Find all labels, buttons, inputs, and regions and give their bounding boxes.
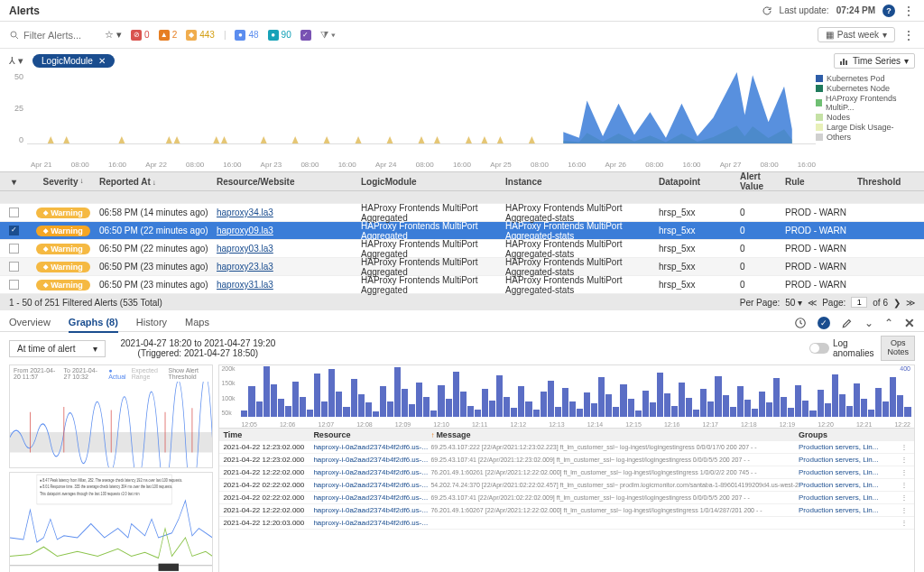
tab-maps[interactable]: Maps bbox=[185, 313, 209, 333]
favorite-icon[interactable]: ☆ ▾ bbox=[105, 29, 122, 41]
sev-cyan-badge[interactable]: ●90 bbox=[268, 30, 291, 41]
remove-pill-icon[interactable]: ✕ bbox=[98, 56, 106, 66]
col-rule[interactable]: Rule bbox=[785, 177, 857, 187]
edit-icon[interactable] bbox=[841, 317, 854, 329]
sev-critical-badge[interactable]: ⊘0 bbox=[131, 30, 150, 41]
page-input[interactable] bbox=[851, 297, 867, 308]
log-row[interactable]: 2021-04-22 12:23:02.000 haproxy-i-0a2aad… bbox=[219, 441, 914, 454]
log-row-menu-icon[interactable]: ⋮ bbox=[898, 468, 910, 476]
date-range-selector[interactable]: ▦ Past week ▾ bbox=[818, 27, 895, 42]
timeseries-chart[interactable]: 50250 Apr 2108:0016:00Apr 2208:0016:00Ap… bbox=[0, 72, 924, 171]
table-row[interactable]: Warning 06:50 PM (22 minutes ago) haprox… bbox=[0, 222, 924, 240]
row-checkbox[interactable] bbox=[9, 208, 19, 217]
col-datapoint[interactable]: Datapoint bbox=[659, 177, 740, 187]
log-row-menu-icon[interactable]: ⋮ bbox=[898, 506, 910, 514]
log-row-menu-icon[interactable]: ⋮ bbox=[898, 481, 910, 489]
calendar-action-icon[interactable] bbox=[794, 317, 807, 329]
alertvalue-cell: 0 bbox=[740, 280, 785, 290]
view-mode-selector[interactable]: Time Series ▾ bbox=[834, 53, 915, 69]
ops-notes-button[interactable]: OpsNotes bbox=[881, 336, 915, 361]
per-page-select[interactable]: 50 ▾ bbox=[785, 298, 802, 308]
filter-search-input[interactable] bbox=[23, 30, 96, 41]
log-resource-link[interactable]: haproxy-i-0a2aad2374b4f2df6.us-... bbox=[313, 494, 430, 502]
filter-funnel-icon[interactable]: ⧩ ▾ bbox=[320, 29, 336, 41]
log-resource-link[interactable]: haproxy-i-0a2aad2374b4f2df6.us-... bbox=[313, 468, 430, 476]
ack-icon[interactable]: ✓ bbox=[818, 317, 830, 329]
log-row[interactable]: 2021-04-22 02:22:02.000 haproxy-i-0a2aad… bbox=[219, 492, 914, 504]
log-resource-link[interactable]: haproxy-i-0a2aad2374b4f2df6.us-... bbox=[313, 506, 430, 514]
row-checkbox[interactable] bbox=[9, 226, 19, 235]
mini-chart-bottom[interactable]: ● 8.47 Peak latency from Milan, 282. The… bbox=[9, 472, 213, 572]
log-groups-link[interactable]: Production servers, Lin... bbox=[799, 468, 898, 476]
tab-history[interactable]: History bbox=[136, 313, 167, 333]
row-checkbox[interactable] bbox=[9, 280, 19, 290]
col-instance[interactable]: Instance bbox=[505, 177, 659, 187]
resource-link[interactable]: haproxy34.la3 bbox=[217, 208, 273, 217]
log-groups-link[interactable]: Production servers, Lin... bbox=[799, 506, 898, 514]
log-resource-link[interactable]: haproxy-i-0a2aad2374b4f2df6.us-... bbox=[313, 481, 430, 489]
sev-error-badge[interactable]: ▲2 bbox=[159, 30, 178, 41]
group-tree-icon[interactable]: ⅄ ▾ bbox=[9, 55, 23, 67]
page-next-icon[interactable]: ❯ bbox=[893, 298, 901, 308]
group-pill[interactable]: LogicModule ✕ bbox=[32, 54, 115, 68]
col-severity[interactable]: Severity↓ bbox=[27, 177, 99, 187]
resource-link[interactable]: haproxy09.la3 bbox=[217, 226, 273, 235]
log-row[interactable]: 2021-04-22 12:23:02.000 haproxy-i-0a2aad… bbox=[219, 454, 914, 466]
log-col-resource[interactable]: Resource bbox=[313, 430, 430, 439]
log-groups-link[interactable]: Production servers, Lin... bbox=[799, 481, 898, 489]
table-row[interactable]: Warning 06:50 PM (22 minutes ago) haprox… bbox=[0, 240, 924, 258]
log-row[interactable]: 2021-04-22 02:22:02.000 haproxy-i-0a2aad… bbox=[219, 479, 914, 492]
tab-graphs-[interactable]: Graphs (8) bbox=[69, 313, 118, 333]
table-row[interactable]: Warning 06:50 PM (23 minutes ago) haprox… bbox=[0, 276, 924, 294]
sev-blue-badge[interactable]: ●48 bbox=[235, 30, 258, 41]
refresh-icon[interactable] bbox=[762, 5, 772, 16]
page-first-icon[interactable]: ≪ bbox=[808, 298, 817, 308]
log-resource-link[interactable]: haproxy-i-0a2aad2374b4f2df6.us-... bbox=[313, 443, 430, 451]
log-row-menu-icon[interactable]: ⋮ bbox=[898, 443, 910, 451]
log-resource-link[interactable]: haproxy-i-0a2aad2374b4f2df6.us-... bbox=[313, 519, 430, 527]
more-menu-icon[interactable]: ⋮ bbox=[902, 4, 915, 18]
row-checkbox[interactable] bbox=[9, 244, 19, 254]
log-volume-chart[interactable]: 200k150k100k50k 400 12:0512:0612:0712:08… bbox=[219, 365, 914, 429]
help-icon[interactable]: ? bbox=[882, 5, 895, 17]
log-col-message[interactable]: ↑Message bbox=[430, 430, 799, 439]
log-groups-link[interactable]: Production servers, Lin... bbox=[799, 443, 898, 451]
col-alertvalue[interactable]: Alert Value bbox=[740, 171, 785, 191]
row-checkbox[interactable] bbox=[9, 262, 19, 272]
tab-overview[interactable]: Overview bbox=[9, 313, 51, 333]
log-row[interactable]: 2021-04-22 12:22:02.000 haproxy-i-0a2aad… bbox=[219, 504, 914, 517]
sev-purple-badge[interactable]: ✓ bbox=[300, 30, 311, 41]
resource-link[interactable]: haproxy23.la3 bbox=[217, 262, 273, 272]
col-logicmodule[interactable]: LogicModule bbox=[361, 177, 505, 187]
table-row[interactable]: Warning 06:50 PM (23 minutes ago) haprox… bbox=[0, 258, 924, 276]
resource-link[interactable]: haproxy03.la3 bbox=[217, 244, 273, 254]
close-detail-icon[interactable]: ✕ bbox=[904, 316, 915, 330]
col-threshold[interactable]: Threshold bbox=[857, 177, 911, 187]
log-col-groups[interactable]: Groups bbox=[799, 430, 898, 439]
log-anomalies-toggle[interactable] bbox=[809, 343, 829, 354]
page-last-icon[interactable]: ≫ bbox=[906, 298, 915, 308]
time-context-dropdown[interactable]: At time of alert▾ bbox=[9, 340, 106, 357]
mini-chart-top[interactable]: From 2021-04-20 11:57To 2021-04-27 10:32… bbox=[9, 364, 213, 468]
log-col-time[interactable]: Time bbox=[223, 430, 313, 439]
table-row[interactable]: Warning 06:58 PM (14 minutes ago) haprox… bbox=[0, 204, 924, 222]
rule-cell: PROD - WARN bbox=[785, 280, 857, 290]
log-row-menu-icon[interactable]: ⋮ bbox=[898, 519, 910, 527]
col-resource[interactable]: Resource/Website bbox=[217, 177, 361, 187]
expand-all-icon[interactable]: ▾ bbox=[12, 177, 16, 187]
resource-link[interactable]: haproxy31.la3 bbox=[217, 280, 273, 290]
log-row[interactable]: 2021-04-22 12:22:02.000 haproxy-i-0a2aad… bbox=[219, 466, 914, 479]
expand-icon[interactable]: ⌃ bbox=[884, 317, 893, 329]
log-groups-link[interactable]: Production servers, Lin... bbox=[799, 456, 898, 464]
col-reported[interactable]: Reported At↓ bbox=[99, 177, 217, 187]
log-row-menu-icon[interactable]: ⋮ bbox=[898, 494, 910, 502]
svg-point-0 bbox=[11, 32, 16, 37]
log-row-menu-icon[interactable]: ⋮ bbox=[898, 456, 910, 464]
collapse-icon[interactable]: ⌄ bbox=[864, 317, 873, 329]
log-resource-link[interactable]: haproxy-i-0a2aad2374b4f2df6.us-... bbox=[313, 456, 430, 464]
sev-warning-badge[interactable]: ◆443 bbox=[186, 30, 215, 41]
filter-more-icon[interactable]: ⋮ bbox=[902, 28, 915, 42]
log-groups-link[interactable]: Production servers, Lin... bbox=[799, 494, 898, 502]
log-row[interactable]: 2021-04-22 12:20:03.000 haproxy-i-0a2aad… bbox=[219, 517, 914, 530]
log-groups-link[interactable] bbox=[799, 519, 898, 527]
